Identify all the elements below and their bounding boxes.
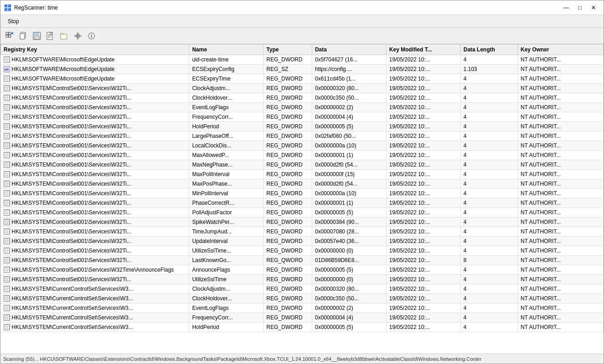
table-row[interactable]: HKLM\SYSTEM\ControlSet001\Services\W32Ti… [1,189,604,198]
registry-grid-icon [4,181,10,187]
table-row[interactable]: HKLM\SYSTEM\ControlSet001\Services\W32Ti… [1,208,604,217]
registry-grid-icon [4,257,10,263]
table-row[interactable]: HKLM\SYSTEM\ControlSet001\Services\W32Ti… [1,265,604,275]
table-row[interactable]: HKLM\SYSTEM\ControlSet001\Services\W32Ti… [1,103,604,112]
cell-data: 0x00000002 (2) [312,103,386,112]
scan-toolbar-button[interactable] [3,30,16,42]
open-toolbar-button[interactable] [58,30,71,42]
col-header-owner[interactable]: Key Owner [518,45,603,55]
cell-data: 0x0000c350 (50... [312,93,386,103]
table-row[interactable]: HKLM\SYSTEM\CurrentControlSet\Services\W… [1,284,604,294]
table-row[interactable]: HKLM\SYSTEM\ControlSet001\Services\W32Ti… [1,198,604,208]
table-row[interactable]: HKLM\SYSTEM\ControlSet001\Services\W32Ti… [1,237,604,246]
cell-modified: 19/05/2022 10:... [386,208,461,217]
cell-name: UtilizeSslTime [189,275,264,284]
cell-owner: NT AUTHORIT... [518,112,603,122]
col-header-registry-key[interactable]: Registry Key [1,45,189,55]
options-toolbar-button[interactable] [71,30,84,42]
cell-length: 4 [461,198,518,208]
col-header-length[interactable]: Data Length [461,45,518,55]
cell-data: 0x00000004 (4) [312,112,386,122]
cell-name: MinPollInterval [189,189,264,198]
table-row[interactable]: HKLM\SYSTEM\CurrentControlSet\Services\W… [1,303,604,313]
cell-modified: 19/05/2022 10:... [386,303,461,313]
registry-grid-icon [4,305,10,311]
cell-data: 0x00000005 (5) [312,208,386,217]
cell-name: SpikeWatchPer... [189,217,264,227]
save-html-toolbar-button[interactable] [44,30,57,42]
cell-type: REG_DWORD [264,227,312,237]
cell-modified: 19/05/2022 10:... [386,103,461,112]
col-header-type[interactable]: Type [264,45,312,55]
close-button[interactable]: ✕ [587,3,600,13]
cell-type: REG_DWORD [264,265,312,275]
key-text: HKLM\SYSTEM\ControlSet001\Services\W32Ti… [12,171,132,177]
cell-owner: NT AUTHORIT... [518,131,603,141]
cell-data: https://config.... [312,65,386,74]
col-header-name[interactable]: Name [189,45,264,55]
cell-registry-key: HKLM\SYSTEM\ControlSet001\Services\W32Ti… [1,160,189,170]
cell-name: TimeJumpAud... [189,227,264,237]
cell-type: REG_DWORD [264,294,312,303]
cell-length: 4 [461,246,518,256]
cell-type: REG_DWORD [264,208,312,217]
menu-stop[interactable]: Stop [4,17,23,25]
table-row[interactable]: HKLM\SYSTEM\ControlSet001\Services\W32Ti… [1,246,604,256]
table-row[interactable]: HKLM\SYSTEM\ControlSet001\Services\W32Ti… [1,179,604,189]
cell-owner: NT AUTHORIT... [518,323,603,332]
registry-grid-icon [4,104,10,111]
about-toolbar-button[interactable]: i [85,30,98,42]
cell-data: 0x00000000 (0) [312,246,386,256]
cell-length: 4 [461,170,518,179]
table-row[interactable]: HKLM\SYSTEM\ControlSet001\Services\W32Ti… [1,151,604,160]
table-row[interactable]: HKLM\SYSTEM\ControlSet001\Services\W32Ti… [1,122,604,131]
col-header-data[interactable]: Data [312,45,386,55]
table-container[interactable]: Registry Key Name Type Data Key Modified… [0,44,604,354]
table-row[interactable]: HKLM\SYSTEM\ControlSet001\Services\W32Ti… [1,141,604,151]
table-row[interactable]: HKLM\SYSTEM\ControlSet001\Services\W32Ti… [1,112,604,122]
table-row[interactable]: HKLM\SYSTEM\ControlSet001\Services\W32Ti… [1,170,604,179]
minimize-button[interactable]: — [560,3,573,13]
registry-grid-icon [4,219,10,225]
cell-data: 0x00000320 (80... [312,84,386,93]
cell-data: 0x0000d2f0 (54... [312,179,386,189]
cell-name: EventLogFlags [189,103,264,112]
registry-grid-icon [4,228,10,235]
registry-grid-icon [4,324,10,330]
table-row[interactable]: HKLM\SYSTEM\CurrentControlSet\Services\W… [1,313,604,323]
table-row[interactable]: HKLM\SYSTEM\CurrentControlSet\Services\W… [1,323,604,332]
cell-type: REG_DWORD [264,189,312,198]
copy-toolbar-button[interactable] [17,30,30,42]
col-header-modified[interactable]: Key Modified T... [386,45,461,55]
cell-modified: 19/05/2022 10:... [386,65,461,74]
table-row[interactable]: HKLM\SYSTEM\ControlSet001\Services\W32Ti… [1,275,604,284]
cell-name: uid-create-time [189,55,264,65]
table-row[interactable]: HKLM\SOFTWARE\Microsoft\EdgeUpdateECSExp… [1,74,604,84]
cell-type: REG_DWORD [264,84,312,93]
cell-type: REG_DWORD [264,93,312,103]
cell-modified: 19/05/2022 10:... [386,246,461,256]
table-row[interactable]: abHKLM\SOFTWARE\Microsoft\EdgeUpdateECSE… [1,65,604,74]
cell-name: HoldPeriod [189,122,264,131]
key-text: HKLM\SYSTEM\CurrentControlSet\Services\W… [12,295,133,302]
table-row[interactable]: HKLM\SYSTEM\ControlSet001\Services\W32Ti… [1,131,604,141]
key-text: HKLM\SYSTEM\ControlSet001\Services\W32Ti… [12,133,132,139]
table-row[interactable]: HKLM\SYSTEM\ControlSet001\Services\W32Ti… [1,227,604,237]
save-toolbar-button[interactable] [30,30,43,42]
table-row[interactable]: HKLM\SYSTEM\ControlSet001\Services\W32Ti… [1,256,604,265]
cell-modified: 19/05/2022 10:... [386,84,461,93]
cell-registry-key: HKLM\SYSTEM\ControlSet001\Services\W32Ti… [1,198,189,208]
cell-data: 0x00057e40 (36... [312,237,386,246]
table-row[interactable]: HKLM\SYSTEM\ControlSet001\Services\W32Ti… [1,217,604,227]
table-row[interactable]: HKLM\SOFTWARE\Microsoft\EdgeUpdateuid-cr… [1,55,604,65]
table-row[interactable]: HKLM\SYSTEM\CurrentControlSet\Services\W… [1,294,604,303]
table-row[interactable]: HKLM\SYSTEM\ControlSet001\Services\W32Ti… [1,93,604,103]
cell-name: FrequencyCorr... [189,112,264,122]
cell-length: 4 [461,217,518,227]
results-table: Registry Key Name Type Data Key Modified… [0,44,604,332]
table-row[interactable]: HKLM\SYSTEM\ControlSet001\Services\W32Ti… [1,84,604,93]
cell-owner: NT AUTHORIT... [518,122,603,131]
table-row[interactable]: HKLM\SYSTEM\ControlSet001\Services\W32Ti… [1,160,604,170]
cell-modified: 19/05/2022 10:... [386,151,461,160]
maximize-button[interactable]: □ [574,3,586,13]
